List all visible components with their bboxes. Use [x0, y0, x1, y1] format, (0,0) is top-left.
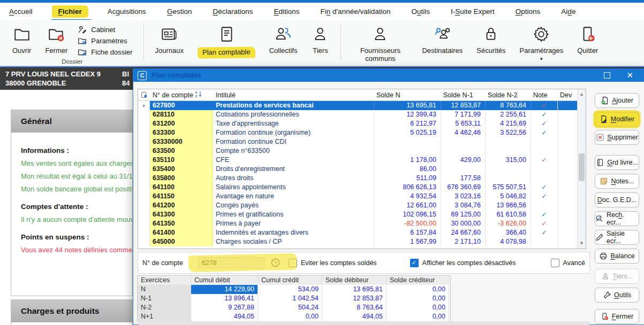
account-row-63330000[interactable]: 63330000Formation continue CDI [138, 137, 586, 146]
column-header-name[interactable]: Intitulé [213, 89, 374, 100]
balance-button[interactable]: Balance [595, 249, 639, 264]
summary-row-n-1[interactable]: N-113 896,411 042,5412 853,870,00 [138, 294, 450, 303]
svg-text:A: A [195, 91, 198, 94]
menu-item-i-suite-expert[interactable]: I-Suite Expert [449, 5, 496, 18]
account-row-641150[interactable]: 641150Avantage en nature4 932,543 023,16… [138, 192, 586, 201]
ribbon-item-quitter[interactable]: Quitter [570, 21, 605, 55]
show-disabled-checkbox[interactable] [410, 259, 419, 267]
account-row-635400[interactable]: 635400Droits d'enregistrement86,00 [138, 165, 586, 174]
advanced-checkbox[interactable] [551, 259, 559, 267]
account-row-641300[interactable]: 641300Primes et gratifications102 096,15… [138, 210, 586, 219]
dev-cell [557, 156, 578, 165]
check-icon: ✓ [541, 183, 547, 191]
account-row-633300[interactable]: 633300Formation continue (organisme)5 02… [138, 128, 586, 137]
account-row-635800[interactable]: 635800Autres droits511,09177,58 [138, 174, 586, 183]
summary-row-n[interactable]: N14 229,90534,0913 695,810,00 [138, 285, 450, 294]
rech-ecr-button[interactable]: Rech. ecr... [595, 211, 639, 226]
close-button[interactable]: ✕ [626, 73, 633, 78]
outils-button[interactable]: Outils [595, 288, 639, 303]
ribbon-item-tiers[interactable]: Tiers [304, 21, 336, 55]
ribbon-item-fermer[interactable]: Fermer [38, 21, 74, 55]
column-header-account[interactable]: N° de compte AZ [150, 89, 213, 100]
tiers-button[interactable]: Tiers... [595, 269, 639, 284]
note-cell: ✓ [531, 228, 557, 237]
account-row-628110[interactable]: 628110Cotisations professionnelles12 399… [138, 110, 586, 119]
solde-value: 5 653,11 [441, 119, 485, 128]
help-icon[interactable]: ? [271, 258, 280, 267]
ribbon-item-cabinet[interactable]: Cabinet [78, 25, 132, 34]
scrollbar-thumb[interactable] [579, 153, 585, 181]
grd-livre-button[interactable]: Grd livre... [595, 155, 639, 170]
menu-item-fichier[interactable]: Fichier [52, 5, 88, 18]
maximize-button[interactable] [604, 72, 610, 79]
menu-item-options[interactable]: Options [514, 5, 542, 18]
ribbon-item-journaux[interactable]: Journaux [148, 21, 191, 55]
account-number: 641400 [150, 228, 213, 237]
ribbon-item-parametrages[interactable]: Paramétrages▾ [513, 21, 571, 60]
ribbon-item-destinataires[interactable]: Destinataires [415, 21, 469, 55]
saisie-ecr-button[interactable]: Saisie ecr... [595, 230, 639, 245]
ribbon-item-collectifs[interactable]: Collectifs [262, 21, 305, 55]
ribbon-item-plan-comptable[interactable]: Plan comptable [191, 21, 262, 58]
column-header-dev[interactable]: Dev [557, 89, 578, 100]
account-row-627800[interactable]: ›627800Prestations de services bancai13 … [138, 101, 586, 110]
summary-row-n-2[interactable]: N-29 267,88504,248 763,640,00 [138, 303, 450, 312]
dialog-bottom-scrollbar[interactable] [138, 321, 590, 325]
fermer-button[interactable]: Fermer [595, 309, 639, 324]
menu-item-outils[interactable]: Outils [410, 5, 431, 18]
account-row-641350[interactable]: 641350Primes à payer-82 500,0030 000,00-… [138, 219, 586, 228]
summary-value: 494,05 [322, 312, 387, 322]
menu-item-accueil[interactable]: Accueil [7, 5, 34, 18]
check-icon: ✓ [541, 220, 547, 227]
ribbon-item-securites[interactable]: Sécurités [469, 21, 512, 55]
menu-item-declarations[interactable]: Déclarations [211, 5, 254, 18]
account-row-645000[interactable]: 645000Charges sociales / CP1 567,992 171… [138, 237, 586, 246]
account-search-input[interactable] [198, 257, 264, 268]
solde-value: 366,40 [485, 228, 531, 237]
account-row-631200[interactable]: 631200Taxe d'apprentissage6 212,975 653,… [138, 119, 586, 128]
account-row-641200[interactable]: 641200Congés payés12 661,003 084,7613 96… [138, 201, 586, 210]
summary-row-n-1[interactable]: N+1494,050,00494,050,00 [138, 312, 450, 321]
account-number: 63330000 [150, 137, 213, 146]
account-name: CFE [213, 156, 374, 165]
ribbon-item-ouvrir[interactable]: Ouvrir [5, 21, 38, 55]
column-header-note[interactable]: Note [531, 89, 557, 100]
menu-item-editions[interactable]: Editions [272, 5, 301, 18]
notes-button[interactable]: Notes... [595, 174, 639, 189]
menu-item-acquisitions[interactable]: Acquisitions [106, 5, 148, 18]
row-selection-marker [138, 192, 150, 201]
account-row-635110[interactable]: 635110CFE1 178,00429,00315,00✓ [138, 156, 586, 165]
x-box-icon [596, 133, 604, 142]
summary-header-row: ExercicesCumul débitCumul créditSolde dé… [138, 276, 450, 285]
menu-item-gestion[interactable]: Gestion [165, 5, 194, 18]
skip-balanced-checkbox[interactable] [289, 259, 297, 267]
account-row-641100[interactable]: 641100Salaires appointements806 626,1367… [138, 183, 586, 192]
column-header-solde-n1[interactable]: Solde N-1 [441, 89, 485, 100]
account-row-641400[interactable]: 641400Indemnités et avantages divers6 15… [138, 228, 586, 237]
menu-item-fin-d-annee-validation[interactable]: Fin d'année/validation [319, 5, 392, 18]
grid-vertical-scrollbar[interactable]: ▲ ▼ [577, 89, 586, 249]
ribbon-item-fiche-dossier[interactable]: Fiche dossier [78, 48, 132, 57]
grid-settings-icon [141, 91, 148, 98]
solde-value: 69 125,00 [441, 210, 485, 219]
menu-item-aide[interactable]: Aide [559, 5, 577, 18]
scroll-down-icon[interactable]: ▼ [578, 239, 586, 247]
scroll-up-icon[interactable]: ▲ [578, 90, 586, 98]
summary-column-header: Cumul crédit [258, 276, 322, 285]
supprimer-button[interactable]: Supprimer [595, 130, 639, 145]
account-name: Primes et gratifications [213, 210, 374, 219]
doc-g-e-d-button[interactable]: Doc. G.E.D... [595, 192, 639, 207]
solde-value: 3 522,56 [485, 128, 531, 137]
ajouter-button[interactable]: Ajouter [595, 93, 639, 108]
ribbon-item-fournisseurs-communs[interactable]: Fournisseurs communs [345, 21, 415, 63]
dialog-title-bar[interactable]: C Plan comptable ✕ [133, 69, 644, 82]
account-row-633500[interactable]: 633500Compte n°633500 [138, 146, 586, 156]
column-header-solde-n2[interactable]: Solde N-2 [485, 89, 531, 100]
ribbon-item-parametres[interactable]: Paramètres [78, 36, 132, 45]
folder-gear-icon [78, 36, 87, 45]
modifier-button[interactable]: Modifier [595, 112, 639, 127]
dialog-app-icon: C [138, 71, 147, 80]
solde-value: 1 567,99 [374, 237, 441, 246]
column-header-solde-n[interactable]: Solde N [374, 89, 441, 100]
grid-settings-icon[interactable] [138, 89, 150, 100]
